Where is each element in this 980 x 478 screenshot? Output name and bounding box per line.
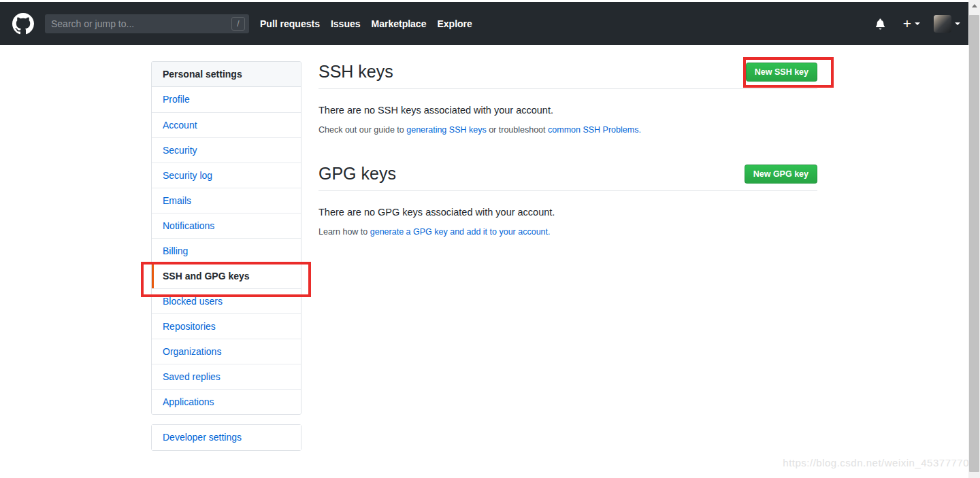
scrollbar-thumb[interactable] <box>969 15 979 472</box>
search-box: / <box>45 14 249 33</box>
ssh-help-prefix: Check out our guide to <box>318 125 406 135</box>
sidebar-item-security[interactable]: Security <box>152 137 301 163</box>
link-common-ssh-problems[interactable]: common SSH Problems. <box>548 125 641 135</box>
user-menu-dropdown[interactable] <box>934 15 960 33</box>
settings-sidebar: Personal settings Profile Account Securi… <box>151 61 301 451</box>
scrollbar-up-button[interactable] <box>968 0 980 12</box>
ssh-help-middle: or troubleshoot <box>487 125 548 135</box>
ssh-help-text: Check out our guide to generating SSH ke… <box>318 124 817 135</box>
search-shortcut-key-badge: / <box>231 17 245 31</box>
sidebar-item-repositories[interactable]: Repositories <box>152 313 301 339</box>
sidebar-item-organizations[interactable]: Organizations <box>152 339 301 364</box>
sidebar-item-account[interactable]: Account <box>152 112 301 137</box>
github-logo-icon[interactable] <box>12 13 34 35</box>
caret-down-icon <box>915 22 920 25</box>
sidebar-item-applications[interactable]: Applications <box>152 389 301 414</box>
notifications-bell-icon[interactable] <box>873 16 888 31</box>
top-navigation-bar: / Pull requests Issues Marketplace Explo… <box>0 2 968 45</box>
nav-explore[interactable]: Explore <box>437 18 472 29</box>
link-generating-ssh-keys[interactable]: generating SSH keys <box>406 125 486 135</box>
gpg-keys-title: GPG keys <box>318 164 396 184</box>
topbar-right-controls: + <box>873 15 960 33</box>
topnav-links: Pull requests Issues Marketplace Explore <box>260 18 483 29</box>
sidebar-item-profile[interactable]: Profile <box>152 87 301 112</box>
personal-settings-menu: Personal settings Profile Account Securi… <box>151 61 301 415</box>
annotation-box-ssh-and-gpg-keys <box>141 262 311 297</box>
nav-pull-requests[interactable]: Pull requests <box>260 18 320 29</box>
sidebar-item-developer-settings[interactable]: Developer settings <box>152 425 301 450</box>
sidebar-item-notifications[interactable]: Notifications <box>152 213 301 238</box>
gpg-empty-message: There are no GPG keys associated with yo… <box>318 205 817 219</box>
sidebar-item-saved-replies[interactable]: Saved replies <box>152 364 301 389</box>
csdn-watermark: https://blog.csdn.net/weixin_45377770 <box>783 457 969 468</box>
sidebar-item-billing[interactable]: Billing <box>152 238 301 263</box>
avatar <box>934 15 951 33</box>
link-generate-gpg-key[interactable]: generate a GPG key and add it to your ac… <box>370 227 551 237</box>
scrollbar-up-arrow-icon <box>972 4 977 7</box>
search-input[interactable] <box>45 14 249 33</box>
ssh-empty-message: There are no SSH keys associated with yo… <box>318 103 817 117</box>
plus-icon: + <box>903 17 911 31</box>
annotation-box-new-ssh-key <box>743 57 834 88</box>
sidebar-header-personal-settings: Personal settings <box>152 62 301 87</box>
new-gpg-key-button[interactable]: New GPG key <box>745 165 817 184</box>
sidebar-item-emails[interactable]: Emails <box>152 188 301 213</box>
developer-settings-menu: Developer settings <box>151 424 301 451</box>
browser-scrollbar <box>968 0 980 478</box>
sidebar-item-security-log[interactable]: Security log <box>152 163 301 188</box>
gpg-help-prefix: Learn how to <box>318 227 370 237</box>
ssh-keys-title: SSH keys <box>318 62 393 82</box>
nav-issues[interactable]: Issues <box>331 18 361 29</box>
nav-marketplace[interactable]: Marketplace <box>372 18 427 29</box>
caret-down-icon <box>955 22 960 25</box>
create-new-dropdown[interactable]: + <box>903 17 920 31</box>
gpg-keys-section-header: GPG keys New GPG key <box>318 163 817 191</box>
gpg-keys-section: GPG keys New GPG key There are no GPG ke… <box>318 163 817 237</box>
gpg-help-text: Learn how to generate a GPG key and add … <box>318 226 817 237</box>
